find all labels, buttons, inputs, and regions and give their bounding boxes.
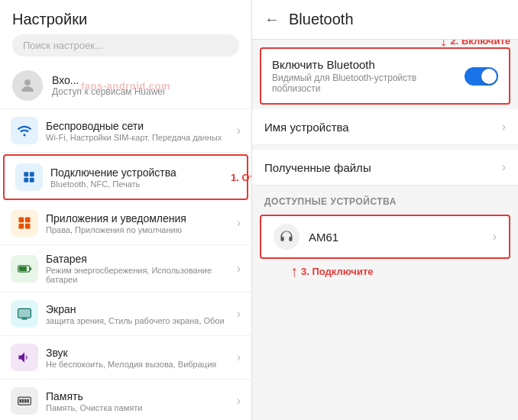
battery-text: Батарея Режим энергосбережения, Использо… xyxy=(46,253,234,284)
svg-rect-7 xyxy=(25,218,31,223)
user-info: Вхо... Доступ к сервисам Huawei xyxy=(52,74,165,97)
annotation-enable: 2. Включите xyxy=(450,40,510,47)
svg-rect-8 xyxy=(19,224,24,229)
back-button[interactable]: ← xyxy=(264,11,280,28)
apps-title: Приложения и уведомления xyxy=(46,212,234,225)
wireless-sub: Wi-Fi, Настройки SIM-карт, Передача данн… xyxy=(46,133,234,142)
svg-rect-5 xyxy=(30,178,34,183)
chevron-icon: › xyxy=(237,307,241,321)
svg-rect-3 xyxy=(30,172,34,176)
am61-device-wrapper: AM61 › ↑ 3. Подключите xyxy=(252,215,518,259)
svg-rect-20 xyxy=(24,399,27,403)
bt-toggle[interactable] xyxy=(465,67,498,86)
svg-rect-14 xyxy=(19,309,31,317)
apps-icon xyxy=(11,209,38,237)
wireless-title: Беспроводные сети xyxy=(46,120,234,132)
device-connect-icon xyxy=(15,163,43,191)
screen-text: Экран защита зрения, Стиль рабочего экра… xyxy=(46,303,234,325)
svg-rect-4 xyxy=(24,178,28,183)
received-files-item[interactable]: Полученные файлы › xyxy=(252,150,518,186)
svg-rect-16 xyxy=(21,319,28,320)
chevron-icon: › xyxy=(232,170,236,184)
screen-title: Экран xyxy=(46,303,234,315)
available-devices-header: ДОСТУПНЫЕ УСТРОЙСТВА xyxy=(252,189,518,212)
chevron-icon: › xyxy=(237,262,241,276)
settings-panel: Настройки Поиск настроек... Вхо... Досту… xyxy=(0,0,252,420)
sound-title: Звук xyxy=(46,347,234,359)
arrow-connect-icon: ↑ xyxy=(290,263,298,280)
headphone-icon xyxy=(274,224,299,250)
memory-text: Память Память, Очистка памяти xyxy=(46,390,234,412)
right-header: ← Bluetooth xyxy=(252,0,518,40)
svg-rect-21 xyxy=(27,399,29,403)
chevron-icon: › xyxy=(502,120,506,134)
search-placeholder: Поиск настроек... xyxy=(23,40,103,51)
battery-icon xyxy=(11,255,38,283)
wireless-icon xyxy=(11,117,38,144)
page-title: Настройки xyxy=(12,11,239,28)
bt-enable-card[interactable]: Включить Bluetooth Видимый для Bluetooth… xyxy=(260,47,510,105)
screen-icon xyxy=(11,300,38,328)
sound-text: Звук Не беспокоить, Мелодия вызова, Вибр… xyxy=(46,347,234,369)
device-connect-sub: Bluetooth, NFC, Печать xyxy=(50,179,229,189)
device-connect-text: Подключение устройства Bluetooth, NFC, П… xyxy=(50,166,229,189)
am61-name: AM61 xyxy=(309,231,493,244)
left-header: Настройки Поиск настроек... xyxy=(0,0,251,63)
wireless-text: Беспроводные сети Wi-Fi, Настройки SIM-к… xyxy=(46,120,234,142)
device-chevron-icon: › xyxy=(493,230,497,244)
chevron-icon: › xyxy=(237,351,241,364)
chevron-icon: › xyxy=(237,124,241,137)
am61-device-item[interactable]: AM61 › xyxy=(260,215,510,259)
user-name: Вхо... xyxy=(52,74,165,86)
svg-rect-9 xyxy=(25,224,31,229)
svg-rect-11 xyxy=(30,267,32,270)
received-files-label: Полученные файлы xyxy=(264,161,502,174)
sidebar-item-device-connect[interactable]: Подключение устройства Bluetooth, NFC, П… xyxy=(3,154,248,200)
battery-sub: Режим энергосбережения, Использование ба… xyxy=(46,266,234,284)
apps-sub: Права, Приложения по умолчанию xyxy=(46,225,234,234)
svg-rect-19 xyxy=(22,399,24,403)
chevron-icon: › xyxy=(237,394,241,408)
right-title: Bluetooth xyxy=(289,11,354,28)
search-box[interactable]: Поиск настроек... xyxy=(12,34,239,57)
apps-text: Приложения и уведомления Права, Приложен… xyxy=(46,212,234,234)
svg-rect-12 xyxy=(19,267,27,271)
sidebar-item-battery[interactable]: Батарея Режим энергосбережения, Использо… xyxy=(0,245,251,292)
sidebar-item-wireless[interactable]: Беспроводные сети Wi-Fi, Настройки SIM-к… xyxy=(0,109,251,153)
bt-enable-wrapper: Включить Bluetooth Видимый для Bluetooth… xyxy=(252,47,518,105)
memory-sub: Память, Очистка памяти xyxy=(46,403,234,412)
avatar xyxy=(12,70,43,101)
toggle-knob xyxy=(481,69,497,84)
chevron-icon: › xyxy=(502,160,506,174)
annotation-connect: 3. Подключите xyxy=(301,266,374,277)
device-name-label: Имя устройства xyxy=(264,121,502,134)
svg-point-1 xyxy=(23,134,25,136)
bluetooth-panel: ← Bluetooth Включить Bluetooth Видимый д… xyxy=(252,0,518,420)
bt-enable-sub: Видимый для Bluetooth-устройств поблизос… xyxy=(272,73,465,94)
sidebar-item-screen[interactable]: Экран защита зрения, Стиль рабочего экра… xyxy=(0,292,251,336)
svg-point-0 xyxy=(24,79,31,86)
user-sub: Доступ к сервисам Huawei xyxy=(52,86,165,97)
bt-enable-title: Включить Bluetooth xyxy=(272,58,465,71)
device-connect-title: Подключение устройства xyxy=(50,166,229,179)
sound-icon xyxy=(11,344,38,371)
svg-rect-2 xyxy=(24,172,28,176)
battery-title: Батарея xyxy=(46,253,234,265)
sidebar-item-memory[interactable]: Память Память, Очистка памяти › xyxy=(0,380,251,420)
screen-sub: защита зрения, Стиль рабочего экрана, Об… xyxy=(46,316,234,325)
right-content: Включить Bluetooth Видимый для Bluetooth… xyxy=(252,40,518,420)
svg-rect-6 xyxy=(19,218,24,223)
device-name-item[interactable]: Имя устройства › xyxy=(252,109,518,145)
memory-title: Память xyxy=(46,390,234,402)
chevron-icon: › xyxy=(237,216,241,230)
svg-rect-15 xyxy=(23,318,27,319)
user-section[interactable]: Вхо... Доступ к сервисам Huawei fans-and… xyxy=(0,63,251,109)
memory-icon xyxy=(11,387,38,415)
sidebar-item-sound[interactable]: Звук Не беспокоить, Мелодия вызова, Вибр… xyxy=(0,336,251,380)
svg-rect-18 xyxy=(19,399,21,403)
settings-list: Беспроводные сети Wi-Fi, Настройки SIM-к… xyxy=(0,109,251,420)
sidebar-item-apps[interactable]: Приложения и уведомления Права, Приложен… xyxy=(0,202,251,245)
sound-sub: Не беспокоить, Мелодия вызова, Вибрация xyxy=(46,360,234,369)
bt-enable-text: Включить Bluetooth Видимый для Bluetooth… xyxy=(272,58,465,94)
